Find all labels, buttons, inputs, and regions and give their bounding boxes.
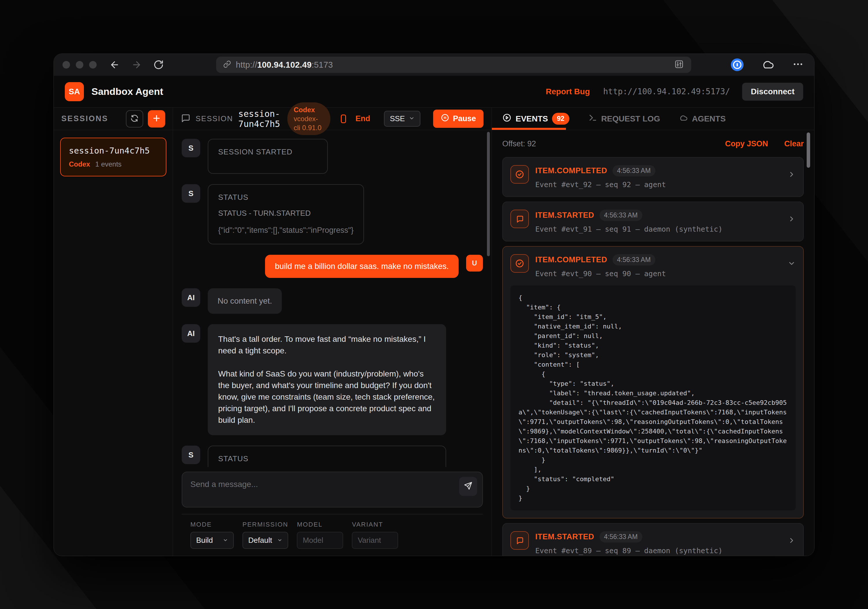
chat-bubble-icon — [181, 114, 191, 124]
app-header: SA Sandbox Agent Report Bug http://100.9… — [54, 76, 814, 108]
user-message: build me a billion dollar saas. make no … — [182, 255, 483, 278]
forward-icon[interactable] — [131, 60, 142, 70]
chevron-right-icon — [787, 536, 796, 546]
play-circle-icon — [502, 113, 512, 124]
end-checkbox[interactable] — [341, 114, 346, 123]
message-input[interactable] — [182, 472, 451, 507]
send-icon — [463, 481, 473, 492]
sessions-title: SESSIONS — [61, 114, 121, 123]
report-bug-link[interactable]: Report Bug — [546, 87, 590, 96]
event-type: ITEM.COMPLETED — [535, 255, 607, 264]
user-message-text: build me a billion dollar saas. make no … — [265, 255, 459, 278]
chevron-down-icon — [277, 536, 282, 545]
new-session-button[interactable] — [148, 110, 165, 128]
mode-select[interactable]: Build — [191, 532, 234, 549]
browser-window: http://100.94.102.49:5173 SA Sandbox Age… — [54, 54, 814, 556]
event-type: ITEM.COMPLETED — [535, 166, 607, 175]
transport-select[interactable]: SSE — [384, 111, 420, 127]
event-card[interactable]: ITEM.STARTED4:56:33 AM Event #evt_89 – s… — [502, 523, 804, 556]
url-text: http://100.94.102.49:5173 — [236, 60, 333, 70]
app-logo: SA — [65, 82, 84, 101]
offset-counter: Offset: 92 — [502, 139, 725, 148]
clear-events-button[interactable]: Clear — [784, 139, 804, 148]
event-json-detail: { "item": { "item_id": "itm_5", "native_… — [510, 285, 796, 510]
session-agent-label: Codex — [69, 160, 90, 168]
system-avatar: S — [182, 139, 200, 157]
server-url: http://100.94.102.49:5173/ — [603, 87, 730, 96]
chevron-right-icon — [787, 215, 796, 224]
chevron-down-icon — [787, 260, 796, 269]
event-time: 4:56:33 AM — [600, 210, 642, 221]
event-time: 4:56:33 AM — [612, 254, 655, 266]
events-toolbar: Offset: 92 Copy JSON Clear — [492, 130, 814, 151]
model-label: MODEL — [297, 521, 343, 528]
events-scrollbar[interactable] — [807, 133, 810, 168]
event-time: 4:56:33 AM — [600, 531, 642, 543]
minimize-window-button[interactable] — [76, 61, 83, 68]
event-card[interactable]: ITEM.STARTED4:56:33 AM Event #evt_91 – s… — [502, 202, 804, 241]
event-time: 4:56:33 AM — [612, 165, 655, 176]
send-button[interactable] — [459, 477, 477, 496]
assistant-paragraph: That's a tall order. To move fast and “m… — [218, 334, 436, 357]
session-list-item[interactable]: session-7un4c7h5 Codex 1 events — [60, 138, 166, 176]
assistant-message: AI No content yet. — [182, 288, 483, 314]
disconnect-button[interactable]: Disconnect — [742, 83, 803, 100]
tab-agents[interactable]: AGENTS — [679, 113, 725, 124]
permission-select[interactable]: Default — [242, 532, 288, 549]
session-header-name: session-7un4c7h5 — [239, 109, 282, 129]
terminal-icon — [589, 113, 597, 124]
session-column: SESSION session-7un4c7h5 Codex vcodex-cl… — [173, 108, 492, 556]
more-options-icon[interactable] — [792, 59, 804, 71]
refresh-sessions-button[interactable] — [126, 110, 143, 128]
variant-input[interactable] — [352, 532, 398, 549]
composer-controls: MODE Build PERMISSION Default MODEL VARI… — [182, 514, 483, 556]
assistant-avatar: AI — [182, 288, 200, 307]
system-message: S STATUS STATUS - TURN.STARTED {"id":"0"… — [182, 184, 483, 244]
reader-settings-icon[interactable] — [674, 59, 684, 71]
event-card[interactable]: ITEM.COMPLETED4:56:33 AM Event #evt_92 –… — [502, 157, 804, 197]
refresh-icon — [130, 114, 139, 124]
status-label: STATUS — [218, 454, 436, 463]
maximize-window-button[interactable] — [89, 61, 97, 68]
close-window-button[interactable] — [62, 61, 70, 68]
event-summary: Event #evt_91 – seq 91 – daemon (synthet… — [535, 225, 722, 233]
chevron-right-icon — [787, 170, 796, 179]
events-count-badge: 92 — [552, 113, 569, 125]
mode-label: MODE — [191, 521, 234, 528]
tab-events[interactable]: EVENTS 92 — [502, 113, 569, 125]
window-controls — [62, 61, 97, 68]
end-label[interactable]: End — [355, 114, 370, 123]
session-event-count: 1 events — [95, 160, 121, 168]
chevron-down-icon — [409, 114, 415, 123]
chevron-down-icon — [223, 536, 228, 545]
system-avatar: S — [182, 446, 200, 464]
app-title: Sandbox Agent — [91, 86, 163, 97]
plus-icon — [152, 114, 161, 124]
session-started-text: SESSION STARTED — [218, 147, 293, 156]
model-input[interactable] — [297, 532, 343, 549]
chat-scrollbar[interactable] — [487, 132, 490, 256]
reload-icon[interactable] — [153, 60, 164, 70]
session-header: SESSION session-7un4c7h5 Codex vcodex-cl… — [173, 108, 491, 130]
system-message: S STATUS STATUS - THREAD.TOKEN_USAGE.UPD… — [182, 446, 483, 467]
tab-request-log[interactable]: REQUEST LOG — [589, 113, 660, 124]
address-bar[interactable]: http://100.94.102.49:5173 — [216, 57, 691, 73]
onepassword-icon[interactable] — [731, 59, 744, 71]
cloud-icon[interactable] — [761, 58, 774, 72]
event-type: ITEM.STARTED — [535, 211, 594, 220]
sessions-sidebar: SESSIONS session-7un4c7h5 Codex 1 events — [54, 108, 173, 556]
session-name: session-7un4c7h5 — [69, 146, 158, 156]
copy-json-button[interactable]: Copy JSON — [725, 139, 768, 148]
events-tab-underline — [492, 128, 566, 130]
chat-bubble-icon — [510, 210, 529, 228]
back-icon[interactable] — [109, 60, 120, 70]
permission-label: PERMISSION — [242, 521, 288, 528]
events-panel: EVENTS 92 REQUEST LOG AGENTS Offset: 92 … — [492, 108, 814, 556]
event-card-expanded[interactable]: ITEM.COMPLETED4:56:33 AM Event #evt_90 –… — [502, 246, 804, 518]
assistant-message: AI That's a tall order. To move fast and… — [182, 324, 483, 435]
status-subtitle: STATUS - TURN.STARTED — [218, 209, 353, 218]
event-list[interactable]: ITEM.COMPLETED4:56:33 AM Event #evt_92 –… — [502, 157, 804, 556]
chat-transcript[interactable]: S SESSION STARTED S STATUS STATUS - TURN… — [173, 130, 491, 467]
system-avatar: S — [182, 184, 200, 203]
pause-button[interactable]: Pause — [433, 110, 484, 128]
